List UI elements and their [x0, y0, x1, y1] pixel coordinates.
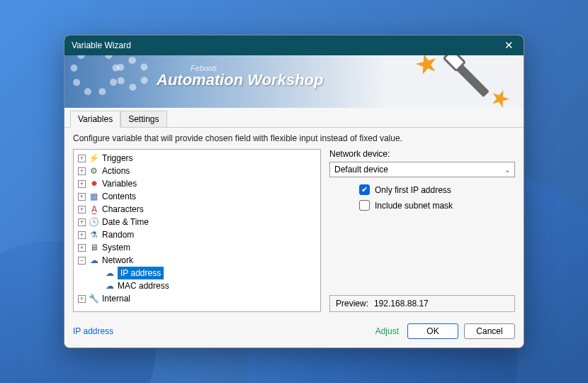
tree-item-icon: A̲ — [89, 203, 99, 216]
tree-item-label: Characters — [102, 203, 144, 216]
variable-wizard-window: Variable Wizard ✕ Febooti Automation Wor… — [64, 35, 524, 348]
tree-item-label: Internal — [102, 292, 130, 305]
tree-item-label: Contents — [102, 190, 136, 203]
preview-label: Preview: — [336, 299, 368, 309]
tree-item-icon: ☁ — [89, 254, 99, 267]
only-first-ip-label: Only first IP address — [375, 185, 451, 195]
expand-icon[interactable]: + — [78, 193, 86, 201]
checkbox-icon — [359, 200, 370, 211]
tree-item-icon: ✸ — [89, 177, 99, 190]
tree-item[interactable]: ☁IP address — [92, 267, 319, 279]
tab-row: Variables Settings — [64, 108, 524, 128]
gear-icon — [115, 57, 149, 91]
expand-icon[interactable]: + — [78, 295, 86, 303]
tree-item-icon: ⚙ — [89, 165, 99, 177]
device-label: Network device: — [329, 149, 515, 159]
preview-value: 192.168.88.17 — [374, 299, 429, 309]
tree-item-label: Variables — [102, 177, 137, 190]
tree-item[interactable]: +⚗Random — [77, 228, 319, 241]
tree-item-icon: ☁ — [104, 267, 115, 279]
only-first-ip-checkbox[interactable]: ✔ Only first IP address — [359, 184, 515, 195]
expand-icon[interactable]: + — [78, 167, 86, 175]
tab-variables[interactable]: Variables — [70, 111, 120, 128]
tree-item[interactable]: +⚙Actions — [77, 165, 319, 177]
chevron-down-icon: ⌄ — [504, 166, 510, 174]
include-subnet-label: Include subnet mask — [375, 201, 453, 211]
tree-item-icon: 🕓 — [89, 216, 99, 228]
tree-item-icon: ☁ — [104, 279, 115, 292]
cancel-button[interactable]: Cancel — [464, 323, 515, 339]
tree-item-label: MAC address — [118, 279, 169, 292]
device-select-value: Default device — [334, 165, 388, 174]
tree-item-icon: 🖥 — [89, 241, 99, 254]
tree-item-label: IP address — [118, 267, 164, 279]
titlebar: Variable Wizard ✕ — [64, 35, 524, 55]
include-subnet-checkbox[interactable]: Include subnet mask — [359, 200, 515, 211]
banner: Febooti Automation Workshop ★ ★ — [64, 55, 524, 108]
tree-item[interactable]: −☁Network — [77, 254, 319, 267]
tree-item[interactable]: +⚡Triggers — [77, 152, 319, 165]
expand-icon[interactable]: + — [78, 155, 86, 162]
gear-icon — [70, 55, 120, 96]
adjust-link[interactable]: Adjust — [375, 326, 399, 336]
tree-item[interactable]: +A̲Characters — [77, 203, 319, 216]
category-tree[interactable]: +⚡Triggers+⚙Actions+✸Variables+▦Contents… — [73, 149, 321, 312]
footer-link[interactable]: IP address — [73, 326, 113, 336]
tree-item-icon: ▦ — [89, 190, 99, 203]
expand-icon[interactable]: + — [78, 244, 86, 252]
close-icon[interactable]: ✕ — [502, 39, 516, 52]
tab-settings[interactable]: Settings — [120, 111, 166, 127]
tree-item-label: Triggers — [102, 152, 133, 165]
tree-item-label: System — [102, 241, 130, 254]
tree-item[interactable]: ☁MAC address — [92, 279, 319, 292]
content: Configure variable that will provide cho… — [64, 128, 524, 316]
options-pane: Network device: Default device ⌄ ✔ Only … — [329, 149, 515, 312]
footer: IP address Adjust OK Cancel — [64, 316, 524, 348]
expand-icon[interactable]: + — [78, 180, 86, 188]
tree-item[interactable]: +▦Contents — [77, 190, 319, 203]
ok-button[interactable]: OK — [407, 323, 458, 339]
expand-icon[interactable]: + — [78, 218, 86, 226]
hint-text: Configure variable that will provide cho… — [73, 133, 515, 143]
preview-box: Preview: 192.168.88.17 — [329, 295, 515, 312]
tree-item-label: Date & Time — [102, 216, 149, 228]
checkbox-icon: ✔ — [359, 184, 370, 195]
expand-icon[interactable]: − — [78, 257, 86, 265]
window-title: Variable Wizard — [72, 40, 131, 50]
tree-item-icon: 🔧 — [89, 292, 99, 305]
banner-title: Automation Workshop — [157, 71, 323, 89]
tree-item-label: Network — [102, 254, 133, 267]
tree-item[interactable]: +✸Variables — [77, 177, 319, 190]
tree-item-icon: ⚗ — [89, 228, 99, 241]
device-select[interactable]: Default device ⌄ — [329, 162, 515, 177]
tree-item-icon: ⚡ — [89, 152, 99, 165]
expand-icon[interactable]: + — [78, 206, 86, 213]
tree-item[interactable]: +🕓Date & Time — [77, 216, 319, 228]
expand-icon[interactable]: + — [78, 231, 86, 239]
tree-item[interactable]: +🔧Internal — [77, 292, 319, 305]
tree-item[interactable]: +🖥System — [77, 241, 319, 254]
tree-item-label: Random — [102, 228, 134, 241]
tree-item-label: Actions — [102, 165, 130, 177]
